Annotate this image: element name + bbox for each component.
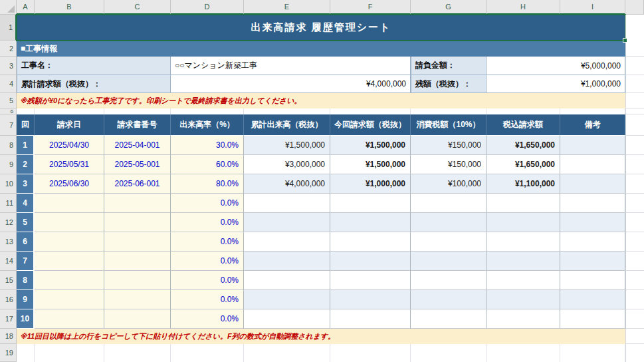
- cell-billing-date[interactable]: [35, 232, 104, 252]
- cell-cumulative[interactable]: [244, 194, 330, 213]
- cell-total-incl-tax[interactable]: ¥1,650,000: [486, 155, 560, 174]
- header-progress-rate[interactable]: 出来高率（%）: [171, 114, 244, 136]
- cell-current-billing[interactable]: [330, 271, 411, 290]
- cell-tax[interactable]: ¥150,000: [411, 136, 486, 155]
- row-header-15[interactable]: 15: [0, 271, 17, 290]
- row-header-5[interactable]: 5: [0, 93, 17, 108]
- column-header-d[interactable]: D: [171, 0, 244, 15]
- cell-progress-rate[interactable]: 0.0%: [171, 290, 244, 309]
- cell-no[interactable]: 8: [17, 271, 35, 290]
- cell-remarks[interactable]: [560, 136, 625, 155]
- cell-total-incl-tax[interactable]: [486, 213, 560, 232]
- cell-progress-rate[interactable]: 0.0%: [171, 213, 244, 232]
- column-header-b[interactable]: B: [35, 0, 104, 15]
- cell-progress-rate[interactable]: 0.0%: [171, 271, 244, 290]
- row-header-11[interactable]: 11: [0, 194, 17, 213]
- row-header-16[interactable]: 16: [0, 290, 17, 309]
- cell-cumulative[interactable]: [244, 213, 330, 232]
- cell-remarks[interactable]: [560, 213, 625, 232]
- cell-tax[interactable]: [411, 309, 486, 329]
- completion-note-cell[interactable]: ※残額が¥0になったら工事完了です。印刷シートで最終請求書を出力してください。: [17, 93, 625, 108]
- row-header-12[interactable]: 12: [0, 213, 17, 232]
- cell-no[interactable]: 1: [17, 136, 35, 155]
- cell-billing-date[interactable]: [35, 252, 104, 271]
- contract-amount-value-cell[interactable]: ¥5,000,000: [486, 57, 625, 75]
- cell-tax[interactable]: [411, 290, 486, 309]
- cell-remarks[interactable]: [560, 155, 625, 174]
- header-total-incl-tax[interactable]: 税込請求額: [486, 114, 560, 136]
- row-header-18[interactable]: 18: [0, 329, 17, 344]
- cell-remarks[interactable]: [560, 194, 625, 213]
- selection-fill-handle[interactable]: [623, 38, 627, 43]
- cell-cumulative[interactable]: ¥1,500,000: [244, 136, 330, 155]
- cell-cumulative[interactable]: [244, 252, 330, 271]
- cumulative-billed-label-cell[interactable]: 累計請求額（税抜）：: [17, 75, 171, 93]
- cell-invoice-number[interactable]: [104, 252, 171, 271]
- header-remarks[interactable]: 備考: [560, 114, 625, 136]
- header-current-billing[interactable]: 今回請求額（税抜）: [330, 114, 411, 136]
- cell-cumulative[interactable]: [244, 290, 330, 309]
- cell-billing-date[interactable]: 2025/04/30: [35, 136, 104, 155]
- section-heading-cell[interactable]: ■工事情報: [17, 41, 625, 57]
- cell-current-billing[interactable]: [330, 194, 411, 213]
- cell-total-incl-tax[interactable]: [486, 194, 560, 213]
- cell-progress-rate[interactable]: 0.0%: [171, 309, 244, 329]
- cell-cumulative[interactable]: ¥4,000,000: [244, 174, 330, 194]
- header-no[interactable]: 回: [17, 114, 35, 136]
- column-header-a[interactable]: A: [17, 0, 35, 15]
- cell-billing-date[interactable]: [35, 213, 104, 232]
- cell-billing-date[interactable]: [35, 309, 104, 329]
- cell-current-billing[interactable]: [330, 252, 411, 271]
- cell-current-billing[interactable]: ¥1,000,000: [330, 174, 411, 194]
- remaining-value-cell[interactable]: ¥1,000,000: [486, 75, 625, 93]
- cell-total-incl-tax[interactable]: ¥1,650,000: [486, 136, 560, 155]
- cell-total-incl-tax[interactable]: [486, 232, 560, 252]
- column-header-e[interactable]: E: [244, 0, 330, 15]
- cell-billing-date[interactable]: [35, 271, 104, 290]
- row-header-19[interactable]: 19: [0, 344, 17, 362]
- cell-no[interactable]: 4: [17, 194, 35, 213]
- cell-no[interactable]: 10: [17, 309, 35, 329]
- row-header-4[interactable]: 4: [0, 75, 17, 93]
- row-header-6[interactable]: 6: [0, 108, 17, 114]
- cell-tax[interactable]: ¥100,000: [411, 174, 486, 194]
- cell-total-incl-tax[interactable]: [486, 271, 560, 290]
- cell-progress-rate[interactable]: 60.0%: [171, 155, 244, 174]
- cell-billing-date[interactable]: 2025/06/30: [35, 174, 104, 194]
- row-header-14[interactable]: 14: [0, 252, 17, 271]
- cell-remarks[interactable]: [560, 252, 625, 271]
- header-billing-date[interactable]: 請求日: [35, 114, 104, 136]
- cell-progress-rate[interactable]: 0.0%: [171, 194, 244, 213]
- cell-no[interactable]: 7: [17, 252, 35, 271]
- select-all-corner[interactable]: [0, 0, 17, 15]
- column-header-f[interactable]: F: [330, 0, 411, 15]
- cell-no[interactable]: 3: [17, 174, 35, 194]
- cell-remarks[interactable]: [560, 309, 625, 329]
- cell-cumulative[interactable]: [244, 271, 330, 290]
- cell-current-billing[interactable]: ¥1,500,000: [330, 136, 411, 155]
- project-name-label-cell[interactable]: 工事名：: [17, 57, 171, 75]
- cell-invoice-number[interactable]: [104, 194, 171, 213]
- cell-billing-date[interactable]: [35, 290, 104, 309]
- column-header-i[interactable]: I: [560, 0, 625, 15]
- cell-total-incl-tax[interactable]: [486, 252, 560, 271]
- cell-invoice-number[interactable]: [104, 309, 171, 329]
- cell-no[interactable]: 6: [17, 232, 35, 252]
- contract-amount-label-cell[interactable]: 請負金額：: [411, 57, 486, 75]
- cell-invoice-number[interactable]: [104, 290, 171, 309]
- row-header-1[interactable]: 1: [0, 15, 17, 41]
- row-header-8[interactable]: 8: [0, 136, 17, 155]
- cell-current-billing[interactable]: [330, 290, 411, 309]
- cell-progress-rate[interactable]: 30.0%: [171, 136, 244, 155]
- cell-remarks[interactable]: [560, 290, 625, 309]
- cell-invoice-number[interactable]: 2025-05-001: [104, 155, 171, 174]
- cell-remarks[interactable]: [560, 232, 625, 252]
- remaining-label-cell[interactable]: 残額（税抜）：: [411, 75, 486, 93]
- header-consumption-tax[interactable]: 消費税額（10%）: [411, 114, 486, 136]
- row-header-17[interactable]: 17: [0, 309, 17, 329]
- cell-no[interactable]: 2: [17, 155, 35, 174]
- row-header-9[interactable]: 9: [0, 155, 17, 174]
- cell-tax[interactable]: [411, 194, 486, 213]
- cell-invoice-number[interactable]: [104, 213, 171, 232]
- cell-progress-rate[interactable]: 80.0%: [171, 174, 244, 194]
